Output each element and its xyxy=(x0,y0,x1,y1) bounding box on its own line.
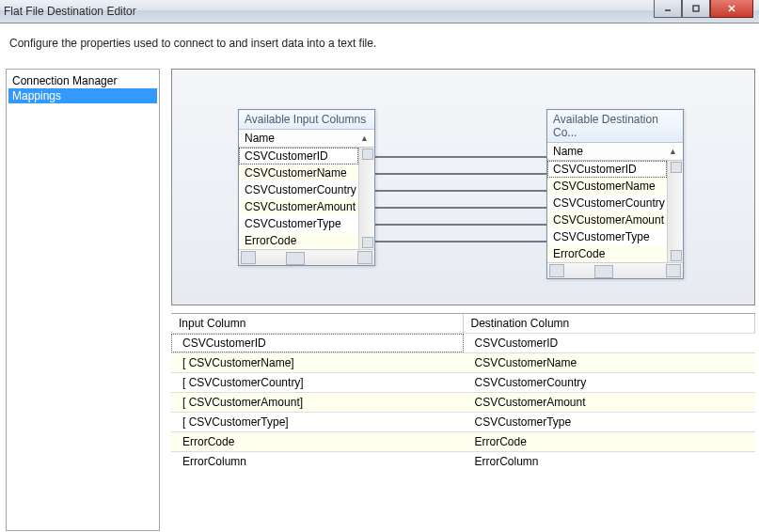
dest-col-item[interactable]: CSVCustomerType xyxy=(547,228,667,245)
minimize-button[interactable] xyxy=(654,0,682,18)
mapping-grid: Input Column Destination Column CSVCusto… xyxy=(171,313,755,471)
grid-row[interactable]: ErrorColumnErrorColumn xyxy=(171,451,755,471)
grid-row[interactable]: ErrorCodeErrorCode xyxy=(171,431,755,451)
dest-col-item[interactable]: CSVCustomerCountry xyxy=(547,195,667,211)
input-col-item[interactable]: CSVCustomerID xyxy=(239,148,358,164)
nav-pane: Connection Manager Mappings xyxy=(6,69,160,531)
grid-row[interactable]: [ CSVCustomerAmount]CSVCustomerAmount xyxy=(171,392,755,412)
dest-col-item[interactable]: CSVCustomerAmount xyxy=(547,211,667,228)
grid-header-input[interactable]: Input Column xyxy=(171,314,464,333)
horizontal-scrollbar[interactable] xyxy=(239,249,374,265)
grid-row[interactable]: [ CSVCustomerName]CSVCustomerName xyxy=(171,352,755,372)
dest-col-item[interactable]: CSVCustomerID xyxy=(547,161,667,178)
vertical-scrollbar[interactable] xyxy=(667,161,683,262)
window-controls xyxy=(654,0,753,17)
horizontal-scrollbar[interactable] xyxy=(547,262,683,278)
window-title: Flat File Destination Editor xyxy=(4,5,136,18)
sort-indicator-icon: ▲ xyxy=(669,147,677,156)
close-button[interactable] xyxy=(710,0,753,18)
available-input-columns-box[interactable]: Available Input Columns Name▲ CSVCustome… xyxy=(238,109,375,266)
dest-box-title: Available Destination Co... xyxy=(547,110,683,143)
grid-row[interactable]: CSVCustomerIDCSVCustomerID xyxy=(171,333,755,352)
input-col-item[interactable]: CSVCustomerName xyxy=(239,164,358,181)
nav-item-connection-manager[interactable]: Connection Manager xyxy=(8,73,157,88)
grid-header-destination[interactable]: Destination Column xyxy=(464,314,756,333)
dest-col-item[interactable]: ErrorCode xyxy=(547,245,667,262)
vertical-scrollbar[interactable] xyxy=(358,148,374,249)
grid-row[interactable]: [ CSVCustomerType]CSVCustomerType xyxy=(171,412,755,431)
input-col-item[interactable]: CSVCustomerCountry xyxy=(239,181,358,198)
input-col-item[interactable]: ErrorCode xyxy=(239,232,358,249)
grid-header: Input Column Destination Column xyxy=(171,314,755,333)
page-subtitle: Configure the properties used to connect… xyxy=(0,23,759,69)
nav-item-mappings[interactable]: Mappings xyxy=(8,88,157,103)
svg-rect-1 xyxy=(693,6,699,11)
input-col-item[interactable]: CSVCustomerAmount xyxy=(239,198,358,215)
dest-col-item[interactable]: CSVCustomerName xyxy=(547,178,667,195)
dest-box-header[interactable]: Name▲ xyxy=(547,143,683,161)
grid-row[interactable]: [ CSVCustomerCountry]CSVCustomerCountry xyxy=(171,372,755,392)
maximize-button[interactable] xyxy=(682,0,710,18)
input-box-header[interactable]: Name▲ xyxy=(239,130,374,148)
mapping-diagram: Available Input Columns Name▲ CSVCustome… xyxy=(171,69,755,305)
sort-indicator-icon: ▲ xyxy=(360,133,369,143)
title-bar: Flat File Destination Editor xyxy=(0,0,759,23)
input-col-item[interactable]: CSVCustomerType xyxy=(239,215,358,232)
available-destination-columns-box[interactable]: Available Destination Co... Name▲ CSVCus… xyxy=(546,109,684,279)
input-box-title: Available Input Columns xyxy=(239,110,374,130)
